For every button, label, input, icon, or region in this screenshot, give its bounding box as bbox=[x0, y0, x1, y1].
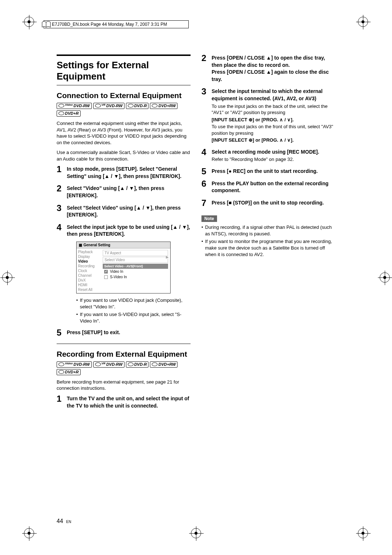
step-text: Select "Select Video" using [▲ / ▼], the… bbox=[67, 204, 191, 219]
badge-dvd-rw-video: VideoDVD-RW bbox=[57, 103, 92, 109]
checkbox-icon: ✔ bbox=[104, 270, 108, 274]
step-item: Turn the TV and the unit on, and select … bbox=[57, 395, 191, 409]
step-item: Press [SETUP] to exit. bbox=[57, 329, 191, 336]
step-body-text: [INPUT SELECT ⊕] or [PROG. ∧ / ∨]. bbox=[212, 137, 335, 143]
badge-dvd-plus-r: DVD+R bbox=[57, 110, 81, 117]
step-text: Press [■ (STOP)] on the unit to stop rec… bbox=[212, 199, 335, 207]
page-header-text: E7J70BD_EN.book Page 44 Monday, May 7, 2… bbox=[52, 22, 167, 27]
checkbox-icon bbox=[104, 275, 108, 279]
chevron-right-icon: ▶ bbox=[166, 255, 169, 259]
osd-sidebar-item: Reset All bbox=[78, 288, 101, 292]
step-item: Press [■ (STOP)] on the unit to stop rec… bbox=[201, 199, 335, 207]
step-item: Select "Select Video" using [▲ / ▼], the… bbox=[57, 204, 191, 219]
osd-dropdown-header: Select Video - AV3(Front) bbox=[103, 264, 168, 269]
section-heading: Connection to External Equipment bbox=[57, 91, 191, 100]
intro-paragraph: Use a commercially available Scart, S-Vi… bbox=[57, 149, 191, 162]
osd-option: S-Video In bbox=[103, 274, 168, 280]
osd-sidebar: Playback Display Video Recording Clock C… bbox=[77, 248, 102, 293]
osd-sidebar-item: HDMI bbox=[78, 283, 101, 287]
osd-sidebar-item: Video bbox=[78, 259, 101, 263]
crop-mark bbox=[0, 270, 15, 285]
badge-dvd-r: DVD-R bbox=[126, 361, 149, 368]
osd-option: ✔Video In bbox=[103, 269, 168, 274]
osd-sidebar-item: Recording bbox=[78, 264, 101, 268]
divider bbox=[57, 54, 191, 56]
step-item: Select "Video" using [▲ / ▼], then press… bbox=[57, 185, 191, 199]
step-item: Select a recording mode using [REC MODE]… bbox=[201, 149, 335, 163]
section-heading: Recording from External Equipment bbox=[57, 350, 191, 358]
step-text: In stop mode, press [SETUP]. Select "Gen… bbox=[67, 166, 191, 180]
disc-badges: VideoDVD-RW VRDVD-RW DVD-R DVD+RW DVD+R bbox=[57, 361, 191, 375]
osd-main: TV Aspect Select Video ▶ Select Video - … bbox=[102, 248, 170, 293]
settings-icon: ▦ bbox=[79, 243, 82, 247]
osd-row: TV Aspect bbox=[103, 250, 168, 256]
osd-sidebar-item: Channel bbox=[78, 274, 101, 278]
step-body-text: To use the input jacks on the back of th… bbox=[212, 103, 335, 116]
step-body-text: Refer to "Recording Mode" on page 32. bbox=[212, 156, 335, 163]
osd-row: Select Video bbox=[103, 257, 168, 263]
step-body-text: To use the input jacks on the front of t… bbox=[212, 123, 335, 136]
badge-dvd-rw-video: VideoDVD-RW bbox=[57, 361, 92, 368]
book-icon bbox=[41, 19, 52, 30]
crop-mark bbox=[377, 270, 392, 285]
badge-dvd-plus-rw: DVD+RW bbox=[150, 361, 177, 368]
badge-dvd-plus-r: DVD+R bbox=[57, 369, 81, 375]
step-item: Press the PLAY button on the external re… bbox=[201, 180, 335, 194]
note-label: Note bbox=[201, 215, 217, 222]
main-heading: Settings for External Equipment bbox=[57, 60, 191, 82]
bullet-item: If you want to use S-VIDEO input jack, s… bbox=[76, 311, 191, 324]
step-text: Select "Video" using [▲ / ▼], then press… bbox=[67, 185, 191, 199]
step-text: Press [● REC] on the unit to start recor… bbox=[212, 168, 335, 175]
crop-mark bbox=[189, 526, 203, 540]
osd-title: ▦ General Setting bbox=[77, 242, 170, 248]
divider bbox=[57, 85, 191, 85]
step-item: Press [OPEN / CLOSE ▲] to open the disc … bbox=[201, 54, 335, 83]
step-item: Select the input terminal to which the e… bbox=[201, 88, 335, 143]
note-bullet: During recording, if a signal other than… bbox=[201, 224, 335, 237]
intro-paragraph: Before recording from external equipment… bbox=[57, 379, 191, 392]
step-item: Select the input jack type to be used us… bbox=[57, 224, 191, 324]
crop-mark bbox=[22, 526, 36, 540]
note-bullet: If you want to monitor the programme tha… bbox=[201, 238, 335, 258]
step-item: In stop mode, press [SETUP]. Select "Gen… bbox=[57, 166, 191, 180]
step-text: Select the input terminal to which the e… bbox=[212, 88, 335, 102]
badge-dvd-r: DVD-R bbox=[126, 103, 149, 109]
badge-dvd-rw-vr: VRDVD-RW bbox=[93, 361, 124, 368]
page-header: E7J70BD_EN.book Page 44 Monday, May 7, 2… bbox=[44, 20, 189, 28]
osd-sidebar-item: Playback bbox=[78, 250, 101, 254]
divider bbox=[57, 344, 191, 344]
step-text: Select a recording mode using [REC MODE]… bbox=[212, 149, 335, 156]
osd-sidebar-item: DivX bbox=[78, 278, 101, 282]
badge-dvd-rw-vr: VRDVD-RW bbox=[93, 103, 124, 109]
crop-mark bbox=[356, 526, 370, 540]
osd-sidebar-item: Display bbox=[78, 255, 101, 259]
step-text: Turn the TV and the unit on, and select … bbox=[67, 395, 191, 409]
osd-screenshot: ▦ General Setting Playback Display Video… bbox=[76, 242, 171, 293]
step-text: Press [OPEN / CLOSE ▲] to open the disc … bbox=[212, 54, 335, 83]
step-text: Press [SETUP] to exit. bbox=[67, 329, 191, 336]
intro-paragraph: Connect the external equipment using eit… bbox=[57, 120, 191, 146]
crop-mark bbox=[22, 15, 36, 29]
step-item: Press [● REC] on the unit to start recor… bbox=[201, 168, 335, 175]
disc-badges: VideoDVD-RW VRDVD-RW DVD-R DVD+RW DVD+R bbox=[57, 103, 191, 117]
osd-sidebar-item: Clock bbox=[78, 269, 101, 273]
step-text: Press the PLAY button on the external re… bbox=[212, 180, 335, 194]
step-text: Select the input jack type to be used us… bbox=[67, 224, 191, 238]
step-body-text: [INPUT SELECT ⊕] or [PROG. ∧ / ∨]. bbox=[212, 117, 335, 123]
page-number: 44 EN bbox=[57, 518, 71, 524]
bullet-item: If you want to use VIDEO input jack (Com… bbox=[76, 297, 191, 310]
crop-mark bbox=[356, 15, 370, 29]
badge-dvd-plus-rw: DVD+RW bbox=[150, 103, 177, 109]
